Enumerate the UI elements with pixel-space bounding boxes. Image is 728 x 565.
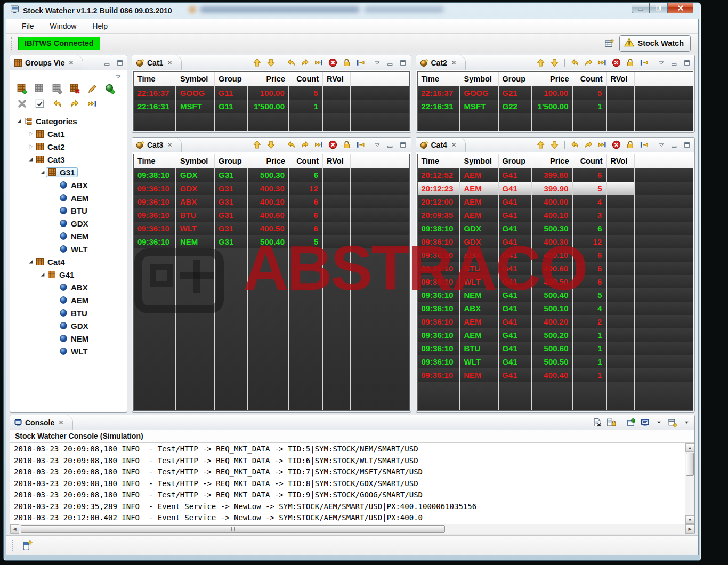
column-header-symbol[interactable]: Symbol [176,72,215,86]
tree-expanded-arrow-icon[interactable] [14,117,23,125]
tree-item-wlt[interactable]: WLT [10,345,127,358]
checkbox-icon[interactable] [34,98,45,109]
minimize-icon[interactable] [669,140,679,150]
table-row[interactable]: 09:36:10BTUG31400.606 [134,208,409,222]
minimize-icon[interactable] [102,58,112,68]
table-row[interactable]: 09:36:10GDXG41400.3012 [418,235,693,248]
collapse-icon[interactable] [639,140,649,150]
lock-icon[interactable] [625,140,635,150]
minimize-button[interactable] [632,3,650,13]
tree-item-wlt[interactable]: WLT [10,243,127,255]
table-row[interactable]: 09:36:10AEMG41500.201 [418,328,693,342]
scroll-down-icon[interactable]: ▼ [685,515,694,524]
column-header-count[interactable]: Count [289,154,323,168]
pin-console-icon[interactable] [626,417,636,427]
table-row[interactable]: 09:36:10NEMG41400.401 [418,368,693,382]
table-row[interactable]: 09:36:10GDXG31400.3012 [134,182,409,195]
remove-all-icon[interactable] [328,58,338,68]
step-icon[interactable] [597,58,608,68]
open-perspective-icon[interactable] [604,38,614,49]
tree-expanded-arrow-icon[interactable] [26,155,35,164]
close-icon[interactable] [67,60,74,66]
maximize-icon[interactable] [682,58,692,68]
tree-item-aem[interactable]: AEM [10,294,127,306]
tree-item-cat2[interactable]: Cat2 [10,140,127,153]
remove-disabled-icon[interactable] [17,98,27,109]
tree-item-gdx[interactable]: GDX [10,319,127,332]
table-row[interactable]: 09:36:10ABXG41400.106 [418,248,693,262]
step-icon[interactable] [87,98,98,109]
tab-cat2[interactable]: Cat2 [416,55,466,70]
column-header-rvol[interactable]: RVol [607,154,635,168]
column-header-price[interactable]: Price [532,154,573,168]
table-row[interactable]: 09:38:10GDXG31500.306 [134,168,409,182]
tab-cat4[interactable]: Cat4 [416,138,466,152]
remove-all-icon[interactable] [611,58,621,68]
table-row[interactable]: 09:36:10WLTG41400.506 [418,275,693,288]
tree-item-cat1[interactable]: Cat1 [10,127,127,140]
column-header-rvol[interactable]: RVol [323,72,351,86]
tree-collapsed-arrow-icon[interactable] [26,142,35,151]
tree-item-abx[interactable]: ABX [10,179,127,191]
tree-item-gdx[interactable]: GDX [10,217,127,230]
redo-icon[interactable] [584,58,594,68]
undo-icon[interactable] [52,98,62,109]
delete-category-icon[interactable] [69,83,80,94]
remove-all-icon[interactable] [611,140,621,150]
redo-icon[interactable] [69,98,80,109]
column-header-symbol[interactable]: Symbol [176,154,215,168]
edit-icon[interactable] [87,83,98,94]
table-row[interactable]: 09:36:10BTUG41400.606 [418,262,693,275]
column-header-group[interactable]: Group [499,154,532,168]
close-icon[interactable] [450,60,457,66]
lock-icon[interactable] [625,58,635,68]
menu-caret-icon[interactable] [656,58,666,68]
move-down-icon[interactable] [266,58,276,68]
column-header-group[interactable]: Group [499,72,532,86]
caret-icon[interactable] [682,417,692,427]
redo-icon[interactable] [584,140,594,150]
column-header-time[interactable]: Time [418,72,460,86]
tree-item-aem[interactable]: AEM [10,191,127,204]
tree-item-abx[interactable]: ABX [10,281,127,294]
paste-category-icon[interactable] [52,83,62,94]
table-row[interactable]: 22:16:31MSFTG221'500.001 [418,100,693,113]
column-header-rvol[interactable]: RVol [323,154,351,168]
minimize-icon[interactable] [385,140,395,150]
menu-help[interactable]: Help [84,20,116,32]
tree-item-nem[interactable]: NEM [10,230,127,243]
menu-file[interactable]: File [14,20,42,32]
copy-category-icon[interactable] [34,83,45,94]
remove-all-icon[interactable] [328,140,338,150]
column-header-count[interactable]: Count [573,154,607,168]
collapse-icon[interactable] [639,58,649,68]
tree-item-cat3[interactable]: Cat3 [10,153,127,166]
new-category-icon[interactable] [17,83,27,94]
scroll-right-icon[interactable]: ▶ [685,524,694,534]
statusbar-drag-handle[interactable] [12,540,14,551]
scroll-left-icon[interactable]: ◀ [10,524,19,534]
table-row[interactable]: 09:36:10BTUG41500.601 [418,342,693,355]
close-icon[interactable] [450,142,457,148]
maximize-icon[interactable] [115,58,125,68]
tab-cat3[interactable]: Cat3 [132,138,182,152]
column-header-count[interactable]: Count [289,72,323,86]
caret-icon[interactable] [654,417,664,427]
minimize-icon[interactable] [669,58,679,68]
move-up-icon[interactable] [536,140,546,150]
column-header-price[interactable]: Price [248,154,289,168]
scroll-up-icon[interactable]: ▲ [685,443,694,452]
undo-icon[interactable] [286,58,296,68]
move-up-icon[interactable] [252,140,262,150]
redo-icon[interactable] [300,140,310,150]
tree-item-g41[interactable]: G41 [10,268,127,281]
move-down-icon[interactable] [266,140,276,150]
column-header-rvol[interactable]: RVol [607,72,635,86]
display-console-icon[interactable] [640,417,650,427]
menu-window[interactable]: Window [42,20,85,32]
collapse-icon[interactable] [355,58,366,68]
table-row[interactable]: 22:16:37GOOGG21100.005 [418,86,693,100]
tree-item-btu[interactable]: BTU [10,204,127,217]
tree-item-btu[interactable]: BTU [10,306,127,319]
table-row[interactable]: 09:36:10AEMG41400.202 [418,315,693,328]
